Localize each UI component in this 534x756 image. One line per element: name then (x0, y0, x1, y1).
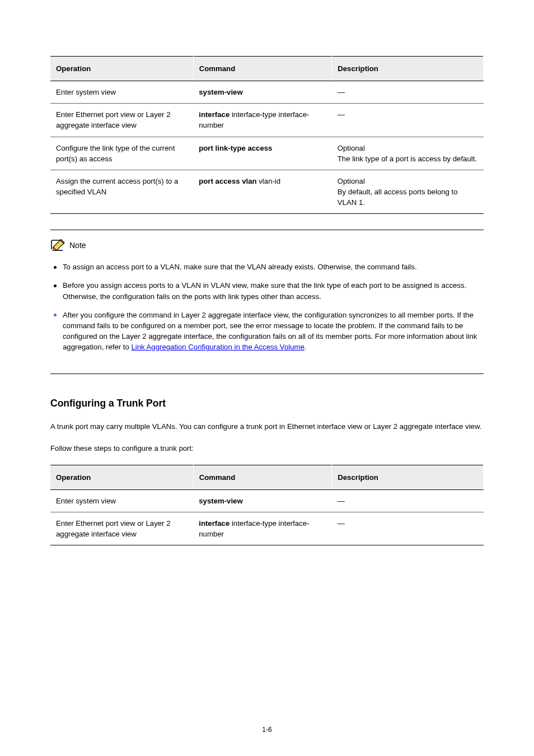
cell-description: Optional The link type of a port is acce… (332, 137, 484, 170)
cell-operation: Assign the current access port(s) to a s… (50, 170, 193, 213)
cell-description: Optional By default, all access ports be… (332, 170, 484, 213)
table-row: Assign the current access port(s) to a s… (50, 170, 484, 213)
table-access-port: Operation Command Description Enter syst… (50, 56, 484, 214)
col-header-command: Command (193, 465, 332, 489)
cell-operation: Configure the link type of the current p… (50, 137, 193, 170)
cell-command: port link-type access (193, 137, 332, 170)
table-trunk-port: Operation Command Description Enter syst… (50, 465, 484, 546)
table-row: Configure the link type of the current p… (50, 137, 484, 170)
cmd-keyword: interface (199, 519, 229, 528)
cell-command: system-view (193, 81, 332, 104)
cell-command: port access vlan vlan-id (193, 170, 332, 213)
note-item: Before you assign access ports to a VLAN… (50, 280, 484, 301)
cell-operation: Enter system view (50, 490, 193, 512)
table-header-row: Operation Command Description (50, 465, 484, 489)
note-item-tail: . (305, 343, 307, 351)
cell-operation: Enter Ethernet port view or Layer 2 aggr… (50, 512, 193, 545)
table-row: Enter Ethernet port view or Layer 2 aggr… (50, 104, 484, 137)
section-subparagraph: Follow these steps to configure a trunk … (50, 443, 484, 454)
note-label: Note (69, 240, 86, 251)
note-pencil-icon (50, 239, 65, 251)
cmd-keyword: port access vlan (199, 177, 256, 185)
col-header-operation: Operation (50, 57, 193, 81)
cell-description: — (332, 512, 484, 545)
note-list: To assign an access port to a VLAN, make… (50, 262, 484, 352)
page-number: 1-6 (0, 725, 534, 735)
col-header-description: Description (332, 57, 484, 81)
cell-description: — (332, 104, 484, 137)
cell-description: — (332, 81, 484, 104)
cell-command: system-view (193, 490, 332, 512)
section-heading-trunk-port: Configuring a Trunk Port (50, 396, 484, 410)
cmd-args: vlan-id (257, 177, 281, 185)
note-header: Note (50, 239, 484, 251)
page-container: Operation Command Description Enter syst… (0, 0, 534, 756)
cell-command: interface interface-type interface-numbe… (193, 512, 332, 545)
note-item: To assign an access port to a VLAN, make… (50, 262, 484, 272)
cell-command: interface interface-type interface-numbe… (193, 104, 332, 137)
cell-operation: Enter system view (50, 81, 193, 104)
table-header-row: Operation Command Description (50, 57, 484, 81)
table-row: Enter system view system-view — (50, 81, 484, 104)
note-item-link[interactable]: Link Aggregation Configuration in the Ac… (131, 343, 304, 351)
note-item: After you configure the command in Layer… (50, 310, 484, 353)
col-header-operation: Operation (50, 465, 193, 489)
table-row: Enter Ethernet port view or Layer 2 aggr… (50, 512, 484, 545)
cell-description: — (332, 490, 484, 512)
cell-operation: Enter Ethernet port view or Layer 2 aggr… (50, 104, 193, 137)
col-header-command: Command (193, 57, 332, 81)
note-block: Note To assign an access port to a VLAN,… (50, 230, 484, 374)
table-row: Enter system view system-view — (50, 490, 484, 512)
cmd-keyword: interface (199, 110, 229, 119)
section-paragraph: A trunk port may carry multiple VLANs. Y… (50, 421, 484, 432)
col-header-description: Description (332, 465, 484, 489)
